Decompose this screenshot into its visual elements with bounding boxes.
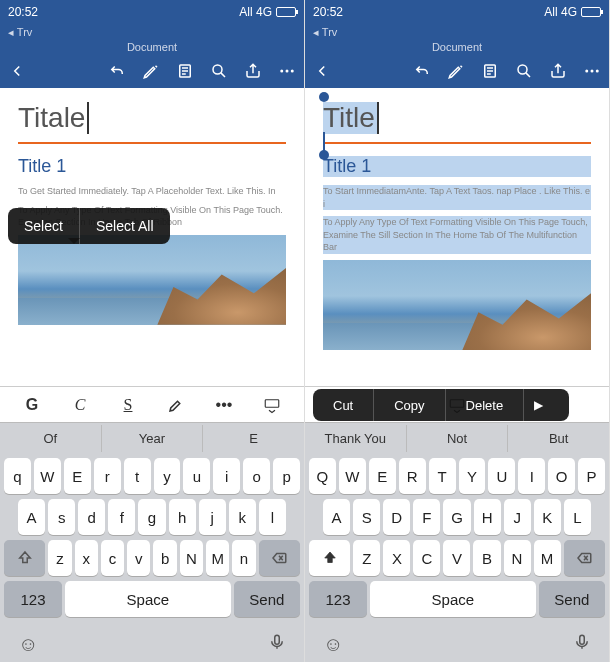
key-e[interactable]: E [64, 458, 91, 494]
key-g[interactable]: G [443, 499, 470, 535]
key-d[interactable]: d [78, 499, 105, 535]
key-o[interactable]: o [243, 458, 270, 494]
pen-icon[interactable] [445, 60, 467, 82]
delete-button[interactable]: Delete [446, 389, 525, 421]
mic-button[interactable] [573, 633, 591, 656]
document-image[interactable] [323, 260, 591, 350]
key-z[interactable]: Z [353, 540, 380, 576]
key-o[interactable]: O [548, 458, 575, 494]
document-area[interactable]: Title Title 1 To Start ImmediatamAnte. T… [305, 88, 609, 386]
suggestion[interactable]: Year [102, 425, 204, 452]
key-t[interactable]: t [124, 458, 151, 494]
key-w[interactable]: W [339, 458, 366, 494]
tab-row[interactable]: ◂ Trv [0, 24, 304, 40]
backspace-key[interactable] [564, 540, 605, 576]
key-z[interactable]: z [48, 540, 71, 576]
key-p[interactable]: P [578, 458, 605, 494]
body-text-1[interactable]: To Start ImmediatamAnte. Tap A Text Taos… [323, 185, 591, 210]
heading-1[interactable]: Title 1 [18, 156, 286, 177]
selection-handle-start[interactable] [319, 92, 329, 102]
highlight-button[interactable] [152, 396, 200, 414]
key-m[interactable]: M [206, 540, 229, 576]
numeric-key[interactable]: 123 [309, 581, 367, 617]
key-f[interactable]: f [108, 499, 135, 535]
key-i[interactable]: i [213, 458, 240, 494]
copy-button[interactable]: Copy [374, 389, 445, 421]
space-key[interactable]: Space [65, 581, 231, 617]
doc-title[interactable]: Title [323, 102, 379, 134]
key-v[interactable]: v [127, 540, 150, 576]
suggestion[interactable]: Not [407, 425, 509, 452]
italic-button[interactable]: C [56, 396, 104, 414]
key-c[interactable]: C [413, 540, 440, 576]
share-icon[interactable] [547, 60, 569, 82]
bold-button[interactable]: G [8, 396, 56, 414]
backspace-key[interactable] [259, 540, 300, 576]
undo-icon[interactable] [106, 60, 128, 82]
select-all-button[interactable]: Select All [80, 208, 170, 244]
key-n[interactable]: n [232, 540, 255, 576]
suggestion[interactable]: E [203, 425, 304, 452]
tab-row[interactable]: ◂ Trv [305, 24, 609, 40]
select-button[interactable]: Select [8, 208, 80, 244]
send-key[interactable]: Send [234, 581, 300, 617]
key-y[interactable]: y [154, 458, 181, 494]
key-j[interactable]: J [504, 499, 531, 535]
key-k[interactable]: k [229, 499, 256, 535]
key-k[interactable]: K [534, 499, 561, 535]
more-icon[interactable] [276, 60, 298, 82]
body-text-2[interactable]: To Apply Any Type Of Text Formatting Vis… [323, 216, 591, 254]
key-b[interactable]: B [473, 540, 500, 576]
key-t[interactable]: T [429, 458, 456, 494]
read-icon[interactable] [174, 60, 196, 82]
emoji-button[interactable]: ☺ [323, 633, 343, 656]
shift-key[interactable] [4, 540, 45, 576]
document-area[interactable]: Titale Select Select All Title 1 To Get … [0, 88, 304, 386]
key-r[interactable]: r [94, 458, 121, 494]
key-r[interactable]: R [399, 458, 426, 494]
search-icon[interactable] [513, 60, 535, 82]
key-w[interactable]: W [34, 458, 61, 494]
key-s[interactable]: s [48, 499, 75, 535]
key-e[interactable]: E [369, 458, 396, 494]
mic-button[interactable] [268, 633, 286, 656]
space-key[interactable]: Space [370, 581, 536, 617]
key-u[interactable]: u [183, 458, 210, 494]
key-j[interactable]: j [199, 499, 226, 535]
key-c[interactable]: c [101, 540, 124, 576]
key-b[interactable]: b [153, 540, 176, 576]
cut-button[interactable]: Cut [313, 389, 374, 421]
send-key[interactable]: Send [539, 581, 605, 617]
key-l[interactable]: l [259, 499, 286, 535]
keyboard-hide-button[interactable] [248, 396, 296, 414]
key-h[interactable]: h [169, 499, 196, 535]
heading-1[interactable]: Title 1 [323, 156, 591, 177]
key-g[interactable]: g [138, 499, 165, 535]
key-h[interactable]: H [474, 499, 501, 535]
body-text-1[interactable]: To Get Started Immediately. Tap A Placeh… [18, 185, 286, 198]
numeric-key[interactable]: 123 [4, 581, 62, 617]
back-icon[interactable] [6, 60, 28, 82]
suggestion[interactable]: Thank You [305, 425, 407, 452]
suggestion[interactable]: Of [0, 425, 102, 452]
suggestion[interactable]: But [508, 425, 609, 452]
search-icon[interactable] [208, 60, 230, 82]
key-q[interactable]: Q [309, 458, 336, 494]
doc-title[interactable]: Titale [18, 102, 89, 134]
key-x[interactable]: x [75, 540, 98, 576]
more-icon[interactable] [581, 60, 603, 82]
shift-key[interactable] [309, 540, 350, 576]
key-i[interactable]: I [518, 458, 545, 494]
key-u[interactable]: U [488, 458, 515, 494]
key-a[interactable]: A [323, 499, 350, 535]
back-icon[interactable] [311, 60, 333, 82]
key-n[interactable]: N [180, 540, 203, 576]
emoji-button[interactable]: ☺ [18, 633, 38, 656]
pen-icon[interactable] [140, 60, 162, 82]
share-icon[interactable] [242, 60, 264, 82]
key-l[interactable]: L [564, 499, 591, 535]
read-icon[interactable] [479, 60, 501, 82]
key-s[interactable]: S [353, 499, 380, 535]
undo-icon[interactable] [411, 60, 433, 82]
key-m[interactable]: M [534, 540, 561, 576]
